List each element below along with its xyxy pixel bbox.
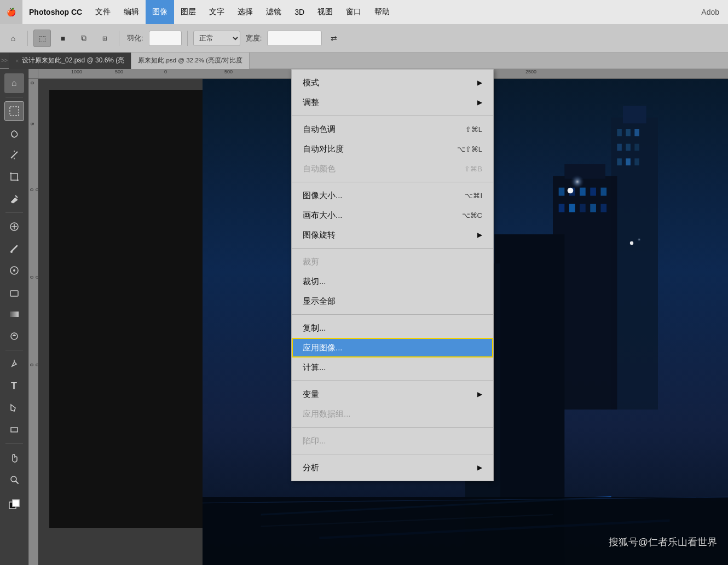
menu-item-image-rotate[interactable]: 图像旋转 ▶ [292, 225, 493, 245]
menu-item-analysis[interactable]: 分析 ▶ [292, 458, 493, 477]
copy-btn[interactable]: ⧉ [75, 30, 93, 47]
divider-4 [292, 314, 493, 315]
toolbar: ⌂ ⬚ ■ ⧉ ⧆ 羽化: 正常 溶解 正片叠底 宽度: ⇄ [0, 24, 728, 53]
svg-rect-0 [10, 107, 19, 116]
menu-bar: 🍎 Photoshop CC 文件 编辑 图像 图层 文字 选择 滤镜 3D 视… [0, 0, 728, 24]
tool-lasso[interactable] [4, 123, 24, 143]
menu-item-duplicate[interactable]: 复制... [292, 318, 493, 338]
divider-7 [292, 454, 493, 454]
menu-window-label: 窗口 [346, 7, 361, 17]
image-size-label: 图像大小... [303, 191, 343, 201]
menu-item-trim[interactable]: 裁切... [292, 272, 493, 291]
tool-home[interactable]: ⌂ [4, 73, 24, 93]
marquee-tool-btn[interactable]: ⬚ [33, 30, 51, 47]
ltool-sep-1 [5, 97, 23, 97]
menu-layer-label: 图层 [181, 7, 196, 17]
analysis-arrow-icon: ▶ [477, 464, 482, 471]
tab-doc1[interactable]: × 设计原来如此_02.psd @ 30.6% (亮 [9, 53, 131, 69]
menu-item-reveal-all[interactable]: 显示全部 [292, 291, 493, 311]
swap-icon[interactable]: ⇄ [325, 30, 343, 47]
tool-hand[interactable] [4, 448, 24, 468]
menu-item-apply-data: 应用数据组... [292, 404, 493, 424]
calculations-label: 计算... [303, 362, 326, 373]
svg-rect-11 [10, 291, 18, 296]
menu-view[interactable]: 视图 [311, 0, 339, 24]
svg-line-17 [16, 481, 18, 483]
app-name-menu[interactable]: Photoshop CC [22, 0, 89, 24]
tab-doc2[interactable]: 原来如此.psd @ 32.2% (亮度/对比度 [131, 53, 250, 69]
image-size-shortcut: ⌥⌘I [465, 192, 482, 200]
expand-arrow-icon[interactable]: >> [0, 53, 9, 68]
menu-window[interactable]: 窗口 [339, 0, 368, 24]
ltool-sep-3 [5, 350, 23, 350]
tool-crop[interactable] [4, 167, 24, 187]
image-rotate-label: 图像旋转 [303, 230, 336, 240]
paste-btn[interactable]: ⧆ [96, 30, 113, 47]
feather-input[interactable] [149, 31, 182, 46]
menu-edit[interactable]: 编辑 [117, 0, 146, 24]
menu-item-calculations[interactable]: 计算... [292, 358, 493, 377]
menu-item-image-size[interactable]: 图像大小... ⌥⌘I [292, 186, 493, 205]
divider-5 [292, 380, 493, 381]
svg-line-4 [15, 195, 18, 198]
tool-eraser[interactable] [4, 282, 24, 302]
tool-healing[interactable] [4, 217, 24, 237]
workspace: ⌂ [0, 69, 728, 565]
mode-arrow-icon: ▶ [477, 79, 482, 87]
tab-close-1[interactable]: × [15, 57, 19, 64]
tool-marquee[interactable] [4, 101, 24, 121]
menu-text[interactable]: 文字 [203, 0, 231, 24]
ltool-sep-2 [5, 212, 23, 213]
tool-brush[interactable] [4, 239, 24, 258]
analysis-label: 分析 [303, 463, 319, 473]
menu-3d[interactable]: 3D [288, 0, 311, 24]
menu-item-canvas-size[interactable]: 画布大小... ⌥⌘C [292, 205, 493, 225]
menu-filter-label: 滤镜 [266, 7, 281, 17]
menu-file[interactable]: 文件 [89, 0, 117, 24]
adjust-arrow-icon: ▶ [477, 99, 482, 106]
divider-2 [292, 182, 493, 182]
width-label: 宽度: [244, 33, 264, 43]
tool-pen[interactable] [4, 354, 24, 374]
menu-help-label: 帮助 [374, 7, 390, 17]
menu-select[interactable]: 选择 [231, 0, 259, 24]
menu-item-auto-tone[interactable]: 自动色调 ⇧⌘L [292, 119, 493, 139]
menu-layer[interactable]: 图层 [174, 0, 203, 24]
menu-help[interactable]: 帮助 [368, 0, 396, 24]
menu-filter[interactable]: 滤镜 [259, 0, 288, 24]
tool-gradient[interactable] [4, 304, 24, 324]
svg-rect-15 [11, 428, 18, 432]
tab-label-1: 设计原来如此_02.psd @ 30.6% (亮 [22, 56, 124, 65]
divider-6 [292, 427, 493, 428]
svg-point-10 [13, 269, 15, 272]
mode-select[interactable]: 正常 溶解 正片叠底 [193, 31, 240, 46]
menu-view-label: 视图 [317, 7, 333, 17]
tool-magic-wand[interactable] [4, 145, 24, 165]
tool-type[interactable]: T [4, 376, 24, 396]
menu-section-1: 模式 ▶ 调整 ▶ [292, 72, 493, 113]
menu-section-7: 陷印... [292, 430, 493, 452]
menu-item-adjust[interactable]: 调整 ▶ [292, 93, 493, 112]
tool-foreground-bg[interactable] [4, 495, 24, 515]
home-button[interactable]: ⌂ [4, 30, 22, 47]
tool-dodge[interactable] [4, 326, 24, 346]
width-input[interactable] [267, 31, 322, 46]
tool-eyedropper[interactable] [4, 189, 24, 209]
svg-line-1 [11, 152, 18, 158]
menu-item-crop: 裁剪 [292, 252, 493, 272]
menu-item-apply-image[interactable]: 应用图像... [292, 338, 493, 358]
menu-item-auto-color: 自动颜色 ⇧⌘B [292, 159, 493, 178]
reveal-all-label: 显示全部 [303, 296, 336, 307]
tool-clone[interactable] [4, 261, 24, 280]
menu-edit-label: 编辑 [124, 7, 139, 17]
menu-item-auto-contrast[interactable]: 自动对比度 ⌥⇧⌘L [292, 139, 493, 159]
rect-shape-btn[interactable]: ■ [54, 30, 72, 47]
menu-image[interactable]: 图像 [146, 0, 174, 24]
menu-item-mode[interactable]: 模式 ▶ [292, 73, 493, 93]
apple-menu[interactable]: 🍎 [0, 0, 22, 24]
tool-path-select[interactable] [4, 398, 24, 418]
tool-zoom[interactable] [4, 470, 24, 489]
tool-shape[interactable] [4, 420, 24, 440]
toolbar-sep-2 [119, 31, 119, 46]
menu-item-variables[interactable]: 变量 ▶ [292, 384, 493, 404]
